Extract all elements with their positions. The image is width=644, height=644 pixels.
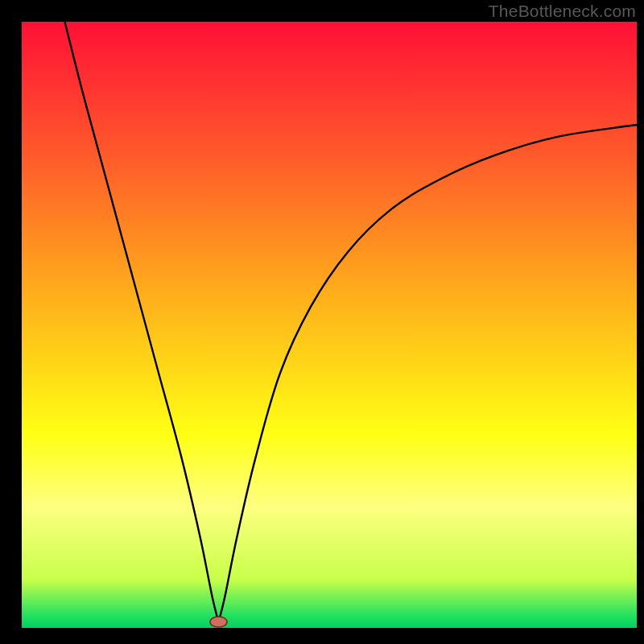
watermark-label: TheBottleneck.com [489, 2, 636, 21]
chart-wrapper: TheBottleneck.com [0, 0, 644, 644]
minimum-marker [210, 617, 227, 627]
bottleneck-chart [0, 0, 644, 644]
plot-area [22, 22, 637, 628]
